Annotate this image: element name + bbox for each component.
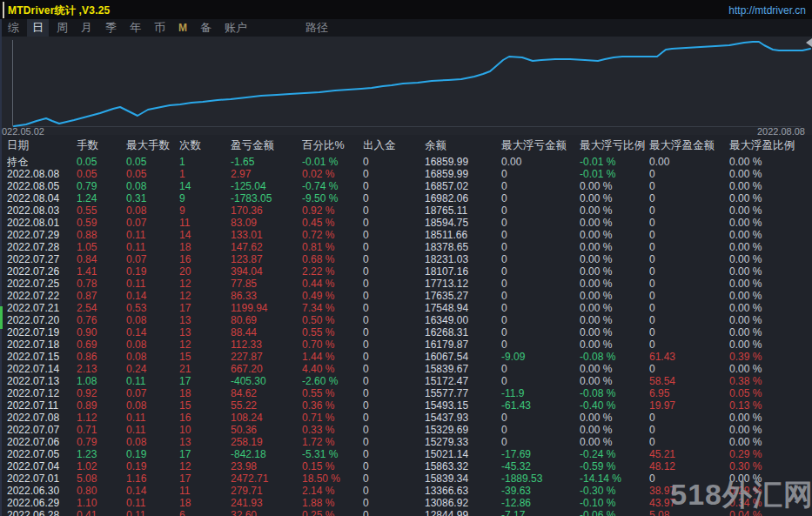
table-cell: 0.00 % bbox=[729, 363, 812, 375]
table-row[interactable]: 2022.07.200.760.081380.690.50 %016349.00… bbox=[0, 314, 812, 326]
table-cell: 0.92 bbox=[77, 387, 126, 399]
table-cell: 0.08 bbox=[126, 436, 179, 448]
header-cell: 出入金 bbox=[363, 135, 425, 156]
table-cell: -1889.53 bbox=[501, 472, 580, 485]
table-row[interactable]: 2022.07.220.870.141286.330.49 %017635.27… bbox=[0, 290, 812, 302]
table-cell: 241.93 bbox=[231, 497, 302, 509]
menu-item[interactable]: 备 bbox=[195, 19, 217, 37]
table-row[interactable]: 2022.07.070.710.111050.360.33 %015329.69… bbox=[0, 424, 812, 436]
table-row[interactable]: 2022.08.010.590.071183.090.45 %018594.75… bbox=[0, 217, 812, 229]
table-row[interactable]: 2022.07.281.050.1118147.620.81 %018378.6… bbox=[0, 241, 812, 253]
app-url-link[interactable]: http://mtdriver.cn bbox=[728, 4, 806, 17]
table-row[interactable]: 2022.07.190.900.141388.440.55 %016268.31… bbox=[0, 326, 812, 338]
table-cell: 0 bbox=[649, 314, 729, 326]
table-cell: 0.00 % bbox=[729, 180, 812, 192]
table-cell: 1.23 bbox=[77, 448, 126, 460]
table-cell: -17.69 bbox=[501, 448, 580, 460]
table-cell: 18 bbox=[179, 497, 231, 509]
menu-item[interactable]: 年 bbox=[124, 19, 146, 37]
table-cell: 0 bbox=[649, 278, 729, 290]
table-row[interactable]: 2022.08.041.240.319-1783.05-9.50 %016982… bbox=[0, 192, 812, 204]
table-cell: 0.08 bbox=[126, 338, 179, 351]
menu-item[interactable]: 周 bbox=[51, 19, 73, 37]
table-row[interactable]: 持仓0.050.051-1.65-0.01 %016859.990.00-0.0… bbox=[0, 156, 812, 168]
table-cell: 18107.16 bbox=[425, 265, 501, 278]
table-cell: 0 bbox=[363, 351, 425, 363]
table-cell: 0.41 bbox=[77, 509, 126, 516]
table-row[interactable]: 2022.06.300.800.1411279.712.14 %013366.6… bbox=[0, 485, 812, 497]
table-cell: 0.15 % bbox=[302, 460, 363, 472]
window-left-border bbox=[0, 19, 2, 516]
menu-item[interactable]: 季 bbox=[100, 19, 122, 37]
table-row[interactable]: 2022.07.250.780.111277.850.44 %017713.12… bbox=[0, 278, 812, 290]
table-cell: 18511.66 bbox=[425, 229, 501, 241]
table-cell: -14.14 % bbox=[580, 472, 649, 485]
table-cell: 0.00 % bbox=[729, 436, 812, 448]
table-row[interactable]: 2022.07.150.860.0815227.871.44 %016067.5… bbox=[0, 351, 812, 363]
table-row[interactable]: 2022.07.142.130.2421667.204.40 %015839.6… bbox=[0, 363, 812, 375]
table-cell: 0.84 bbox=[77, 253, 126, 265]
chart-scroll-handle[interactable] bbox=[806, 38, 812, 47]
table-cell: 0.19 bbox=[126, 448, 179, 460]
menu-item[interactable]: 日 bbox=[27, 19, 49, 37]
table-row[interactable]: 2022.07.131.080.1117-405.30-2.60 %015172… bbox=[0, 375, 812, 387]
table-cell: 11 bbox=[179, 485, 231, 497]
table-cell: 0 bbox=[501, 204, 580, 217]
table-cell: 0.29 % bbox=[729, 448, 812, 460]
table-cell: 1 bbox=[179, 156, 231, 168]
table-cell: 0 bbox=[363, 363, 425, 375]
table-cell: 0 bbox=[363, 265, 425, 278]
table-cell: 0 bbox=[501, 168, 580, 180]
app-title: MTDriver统计 ,V3.25 bbox=[8, 3, 110, 18]
table-cell: 0.69 bbox=[77, 338, 126, 351]
table-row[interactable]: 2022.07.261.410.1920394.042.22 %018107.1… bbox=[0, 265, 812, 278]
table-row[interactable]: 2022.07.120.920.071884.620.55 %015577.77… bbox=[0, 387, 812, 399]
table-row[interactable]: 2022.07.110.890.081555.220.36 %015493.15… bbox=[0, 399, 812, 412]
table-cell: 0 bbox=[363, 241, 425, 253]
table-cell: -0.01 % bbox=[302, 156, 363, 168]
menu-item[interactable]: M bbox=[173, 21, 192, 35]
table-header-row: 日期手数最大手数次数盈亏金额百分比%出入金余额最大浮亏金额最大浮亏比例最大浮盈金… bbox=[0, 135, 812, 156]
menu-item[interactable]: 综 bbox=[3, 19, 24, 37]
table-cell: 0 bbox=[501, 253, 580, 265]
table-row[interactable]: 2022.07.081.120.1116108.240.71 %015437.9… bbox=[0, 412, 812, 424]
header-cell: 次数 bbox=[179, 135, 231, 156]
table-cell: 16067.54 bbox=[425, 351, 501, 363]
table-cell: 0 bbox=[363, 156, 425, 168]
table-cell: 0.90 bbox=[77, 326, 126, 338]
table-cell: 17 bbox=[179, 472, 231, 485]
table-cell: 0 bbox=[363, 497, 425, 509]
table-row[interactable]: 2022.07.051.230.1917-842.18-5.31 %015021… bbox=[0, 448, 812, 460]
menu-item[interactable]: 币 bbox=[149, 19, 171, 37]
table-cell: 0.00 % bbox=[580, 204, 649, 217]
table-cell: 18 bbox=[179, 241, 231, 253]
table-row[interactable]: 2022.07.212.540.53171199.947.34 %017548.… bbox=[0, 302, 812, 314]
table-cell: 0.79 bbox=[77, 180, 126, 192]
table-cell: 16859.99 bbox=[425, 168, 501, 180]
menu-item[interactable]: 路径 bbox=[300, 19, 333, 37]
table-row[interactable]: 2022.08.080.050.0512.970.02 %016859.990-… bbox=[0, 168, 812, 180]
table-cell: 16857.02 bbox=[425, 180, 501, 192]
table-cell: 2022.07.21 bbox=[7, 302, 77, 314]
table-cell: 0.07 bbox=[126, 253, 179, 265]
table-row[interactable]: 2022.07.041.020.191223.980.15 %015863.32… bbox=[0, 460, 812, 472]
table-row[interactable]: 2022.07.290.880.1114133.010.72 %018511.6… bbox=[0, 229, 812, 241]
table-row[interactable]: 2022.07.015.081.16172472.7118.50 %015839… bbox=[0, 472, 812, 485]
table-row[interactable]: 2022.06.291.100.1118241.931.88 %013086.9… bbox=[0, 497, 812, 509]
table-cell: 12 bbox=[179, 290, 231, 302]
menu-item[interactable]: 账户 bbox=[219, 19, 252, 37]
table-cell: 0.53 bbox=[126, 302, 179, 314]
table-cell: 0 bbox=[363, 472, 425, 485]
table-cell: 0 bbox=[501, 290, 580, 302]
table-row[interactable]: 2022.08.050.790.0814-125.04-0.74 %016857… bbox=[0, 180, 812, 192]
table-cell: -1.65 bbox=[231, 156, 302, 168]
table-cell: 0.00 % bbox=[580, 217, 649, 229]
table-cell: 0.05 bbox=[77, 156, 126, 168]
table-row[interactable]: 2022.07.060.790.0813258.191.72 %015279.3… bbox=[0, 436, 812, 448]
table-row[interactable]: 2022.06.280.410.11632.600.25 %012844.99-… bbox=[0, 509, 812, 516]
table-row[interactable]: 2022.08.030.550.089170.360.92 %018765.11… bbox=[0, 204, 812, 217]
menu-item[interactable]: 月 bbox=[76, 19, 97, 37]
table-cell: 17 bbox=[179, 302, 231, 314]
table-row[interactable]: 2022.07.270.840.0716123.870.68 %018231.0… bbox=[0, 253, 812, 265]
table-row[interactable]: 2022.07.180.690.0812112.330.70 %016179.8… bbox=[0, 338, 812, 351]
